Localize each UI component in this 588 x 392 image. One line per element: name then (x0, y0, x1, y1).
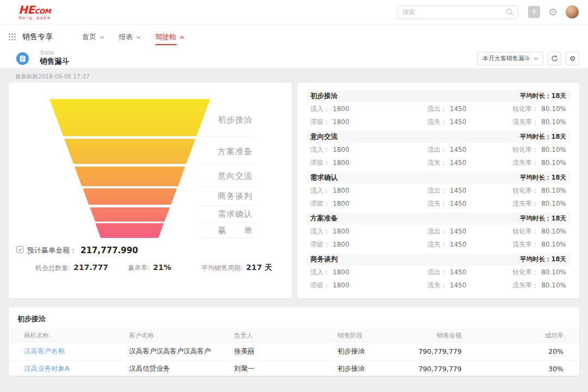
search-box[interactable] (397, 5, 518, 19)
funnel-stage-label: 需求确认 (218, 209, 253, 219)
expected-amount-row: 预计赢单金额： 217,777.990 (16, 245, 138, 255)
page-header-texts: 驾驶舱 销售漏斗 (40, 51, 69, 66)
gear-icon: ⚙ (569, 55, 576, 62)
expected-amount-label: 预计赢单金额： (27, 246, 77, 255)
dashboard-clipboard-icon (16, 52, 29, 65)
funnel-stage-label: 意向交流 (218, 171, 253, 181)
navbar: 销售专享 首页 报表 驾驶舱 (0, 24, 588, 49)
stage-section-row: 流入：1800 流出：1450 转化率：80.10% (306, 225, 571, 238)
refresh-button[interactable] (548, 52, 561, 65)
topbar: HECOM 和你一起，创造未来 + ⚙ (0, 0, 588, 24)
stage-section: 方案准备 平均时长：18天 流入：1800 流出：1450 转化率：80.10%… (306, 212, 571, 251)
stage-section: 商务谈判 平均时长：18天 流入：1800 流出：1450 转化率：80.10%… (306, 253, 571, 292)
stage-section-row: 滞留：1800 流失：1450 流失率：80.10% (306, 238, 571, 251)
stage-section: 初步接洽 平均时长：18天 流入：1800 流出：1450 转化率：80.10%… (306, 90, 571, 128)
chevron-down-icon (136, 33, 141, 41)
logo[interactable]: HECOM 和你一起，创造未来 (19, 4, 51, 20)
logo-text: HECOM (19, 4, 51, 15)
funnel-stage-label: 赢 单 (218, 225, 253, 236)
stage-section-row: 滞留：1800 流失：1450 流失率：80.10% (306, 156, 571, 169)
checkbox-icon[interactable] (16, 245, 23, 255)
customer-cell: 汉高信贷业务 (129, 364, 234, 373)
funnel-stage-label: 初步接洽 (218, 115, 253, 125)
stage-section-row: 流入：1800 流出：1450 转化率：80.10% (306, 102, 571, 115)
stage-section-header: 需求确认 平均时长：18天 (306, 171, 571, 184)
rate-cell: 20% (462, 347, 564, 356)
logo-tagline: 和你一起，创造未来 (19, 16, 51, 20)
table-row: 汉高业务对象A 汉高信贷业务 刘聚一 初步接洽 790,779,779 30% (9, 360, 579, 376)
add-button[interactable]: + (528, 6, 540, 18)
funnel-segment (90, 207, 170, 222)
expected-amount-value: 217,777.990 (81, 246, 138, 255)
breadcrumb: 驾驶舱 (40, 51, 69, 56)
nav-cockpit-label: 驾驶舱 (155, 32, 176, 42)
nav-home-label: 首页 (82, 32, 96, 42)
page-title: 销售漏斗 (40, 57, 69, 66)
divider (199, 164, 255, 165)
stage-section-header: 方案准备 平均时长：18天 (306, 212, 571, 225)
col-sales-stage: 销售阶段 (338, 332, 397, 340)
col-sales-amount: 销售金额 (397, 332, 462, 340)
page-header: 驾驶舱 销售漏斗 本月大客销售漏斗 ⚙ (0, 49, 588, 69)
divider (199, 206, 255, 206)
funnel-segment (64, 139, 195, 164)
settings-button[interactable]: ⚙ (566, 52, 579, 65)
divider (199, 237, 255, 238)
stage-section-row: 流入：1800 流出：1450 转化率：80.10% (306, 266, 571, 279)
amount-cell: 790,779,779 (397, 365, 462, 373)
col-owner: 负责人 (234, 332, 338, 340)
owner-cell: 徐美丽 (234, 347, 338, 356)
funnel-segment (50, 99, 210, 136)
last-refresh-note: 最新刷新2018-08-08 17:27 (15, 73, 90, 81)
customer-cell: 汉高客户汉高客户汉高客户 (129, 347, 234, 356)
opportunity-link[interactable]: 汉高客户名称 (24, 347, 129, 356)
chevron-down-icon (534, 55, 538, 62)
search-input[interactable] (397, 8, 506, 16)
col-customer-name: 客户名称 (129, 332, 234, 340)
divider (199, 136, 255, 137)
funnel-segment (75, 167, 185, 186)
opportunity-table-card: 初步接洽 商机名称 客户名称 负责人 销售阶段 销售金额 成功率 汉高客户名称 … (9, 308, 579, 376)
stage-section-row: 滞留：1800 流失：1450 流失率：80.10% (306, 115, 571, 128)
avatar[interactable] (565, 5, 579, 19)
funnel-filter-select[interactable]: 本月大客销售漏斗 (477, 52, 543, 65)
stage-section-row: 滞留：1800 流失：1450 流失率：80.10% (306, 279, 571, 292)
chevron-up-icon (180, 33, 185, 41)
stat-avg-cycle: 平均销售周期:217 天 (201, 263, 272, 273)
divider (199, 187, 255, 187)
amount-cell: 790,779,779 (397, 347, 462, 356)
stage-section: 需求确认 平均时长：18天 流入：1800 流出：1450 转化率：80.10%… (306, 171, 571, 210)
owner-cell: 刘聚一 (234, 364, 338, 373)
table-title: 初步接洽 (9, 308, 579, 328)
nav-item-home[interactable]: 首页 (82, 24, 105, 49)
opportunity-link[interactable]: 汉高业务对象A (24, 364, 129, 373)
funnel-filter-value: 本月大客销售漏斗 (482, 54, 530, 63)
stage-cell: 初步接洽 (338, 364, 397, 373)
settings-icon[interactable]: ⚙ (548, 7, 558, 17)
stage-section: 意向交流 平均时长：18天 流入：1800 流出：1450 转化率：80.10%… (306, 131, 571, 169)
page-header-actions: 本月大客销售漏斗 ⚙ (477, 52, 579, 65)
funnel-stage-label: 商务谈判 (218, 191, 253, 201)
stage-section-header: 意向交流 平均时长：18天 (306, 131, 571, 143)
funnel-stage-label: 方案准备 (218, 146, 253, 157)
funnel-card: 初步接洽 方案准备 意向交流 商务谈判 需求确认 赢 单 预计赢单金额： 217… (9, 83, 292, 298)
stage-section-row: 流入：1800 流出：1450 转化率：80.10% (306, 184, 571, 197)
stage-cell: 初步接洽 (338, 347, 397, 356)
table-header-row: 商机名称 客户名称 负责人 销售阶段 销售金额 成功率 (9, 328, 579, 342)
topbar-actions: + ⚙ (397, 5, 579, 19)
apps-grid-icon[interactable] (9, 33, 16, 40)
content-area: 最新刷新2018-08-08 17:27 初步接洽 方案准备 意向交流 商务谈判… (0, 69, 588, 392)
nav-reports-label: 报表 (119, 32, 133, 42)
chevron-down-icon (100, 33, 105, 41)
stage-section-header: 初步接洽 平均时长：18天 (306, 90, 571, 102)
nav-item-cockpit-active[interactable]: 驾驶舱 (155, 24, 185, 49)
divider (199, 222, 255, 223)
stage-section-row: 流入：1800 流出：1450 转化率：80.10% (306, 143, 571, 156)
col-opportunity-name: 商机名称 (24, 332, 129, 340)
nav-item-reports[interactable]: 报表 (119, 24, 141, 49)
stat-win-rate: 赢单率:21% (128, 263, 171, 273)
stat-opportunity-count: 机会总数量:217.777 (35, 263, 108, 273)
workspace-label: 销售专享 (22, 32, 53, 42)
search-icon[interactable] (506, 8, 513, 16)
rate-cell: 30% (462, 365, 564, 373)
